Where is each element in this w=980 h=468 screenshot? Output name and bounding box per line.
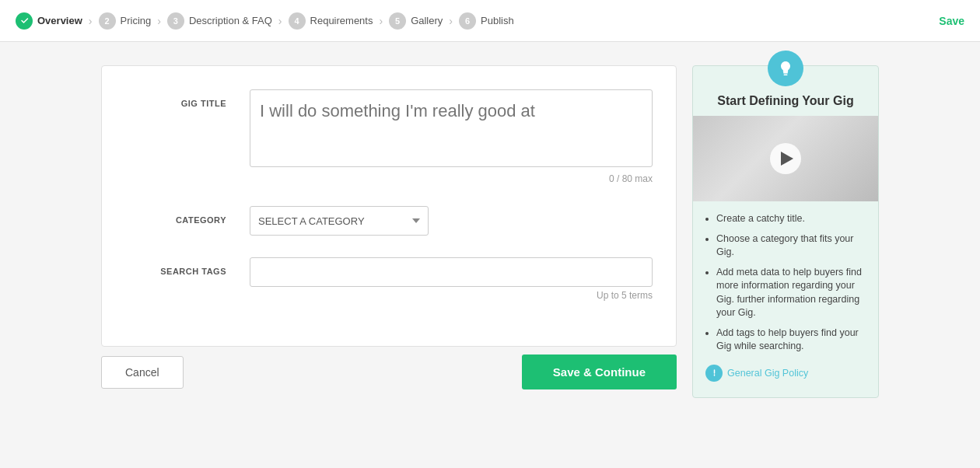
- lightbulb-icon: [768, 51, 803, 86]
- step-circle-requirements: 4: [289, 12, 306, 30]
- left-section: GIG TITLE 0 / 80 max CATEGORY SELECT A C…: [101, 65, 677, 398]
- sep-5: ›: [449, 15, 453, 27]
- policy-link-text: General Gig Policy: [727, 368, 808, 379]
- sidebar-title: Start Defining Your Gig: [693, 94, 878, 116]
- step-circle-publish: 6: [459, 12, 476, 30]
- buttons-row: Cancel Save & Continue: [101, 354, 677, 389]
- category-field: SELECT A CATEGORY: [250, 206, 653, 236]
- save-continue-button[interactable]: Save & Continue: [522, 354, 677, 389]
- step-label-gallery: Gallery: [411, 15, 443, 26]
- breadcrumb-steps: Overview › 2 Pricing › 3 Description & F…: [16, 12, 514, 30]
- video-thumb-bg: [693, 116, 878, 201]
- step-circle-gallery: 5: [389, 12, 406, 30]
- step-publish[interactable]: 6 Publish: [459, 12, 514, 30]
- list-item: Choose a category that fits your Gig.: [716, 232, 866, 260]
- category-row: CATEGORY SELECT A CATEGORY: [125, 206, 653, 236]
- svg-rect-2: [784, 75, 788, 76]
- gig-title-input[interactable]: [250, 89, 653, 167]
- top-navigation: Overview › 2 Pricing › 3 Description & F…: [0, 0, 980, 42]
- sidebar-icon-wrap: [693, 51, 878, 86]
- gig-title-label: GIG TITLE: [125, 89, 250, 108]
- search-tags-row: SEARCH TAGS Up to 5 terms: [125, 257, 653, 301]
- step-overview[interactable]: Overview: [16, 12, 82, 30]
- general-policy-link[interactable]: General Gig Policy: [693, 365, 878, 382]
- category-select[interactable]: SELECT A CATEGORY: [250, 206, 429, 236]
- step-label-overview: Overview: [37, 15, 82, 26]
- cancel-button[interactable]: Cancel: [101, 356, 184, 389]
- search-tags-input[interactable]: [250, 257, 653, 287]
- step-circle-pricing: 2: [99, 12, 116, 30]
- gig-title-field: 0 / 80 max: [250, 89, 653, 184]
- main-content: GIG TITLE 0 / 80 max CATEGORY SELECT A C…: [0, 42, 980, 421]
- sidebar-panel: Start Defining Your Gig Create a catchy …: [692, 65, 879, 398]
- search-tags-field: Up to 5 terms: [250, 257, 653, 301]
- sep-4: ›: [379, 15, 383, 27]
- step-label-publish: Publish: [481, 15, 514, 26]
- list-item: Add tags to help buyers find your Gig wh…: [716, 327, 866, 354]
- step-icon-overview: [16, 12, 33, 30]
- char-count: 0 / 80 max: [250, 173, 653, 184]
- policy-icon: [705, 365, 723, 382]
- step-requirements[interactable]: 4 Requirements: [289, 12, 373, 30]
- step-pricing[interactable]: 2 Pricing: [99, 12, 152, 30]
- step-label-description: Description & FAQ: [189, 15, 272, 26]
- step-circle-description: 3: [167, 12, 184, 30]
- step-label-requirements: Requirements: [310, 15, 373, 26]
- sep-2: ›: [157, 15, 161, 27]
- gig-title-row: GIG TITLE 0 / 80 max: [125, 89, 653, 184]
- save-button[interactable]: Save: [939, 15, 964, 27]
- video-thumbnail[interactable]: [693, 116, 878, 201]
- sidebar-tips-list: Create a catchy title. Choose a category…: [693, 212, 878, 354]
- list-item: Add meta data to help buyers find more i…: [716, 266, 866, 320]
- step-label-pricing: Pricing: [121, 15, 152, 26]
- form-card: GIG TITLE 0 / 80 max CATEGORY SELECT A C…: [101, 65, 677, 347]
- svg-rect-1: [783, 72, 788, 74]
- sep-3: ›: [278, 15, 282, 27]
- sep-1: ›: [89, 15, 93, 27]
- tags-hint: Up to 5 terms: [250, 290, 653, 301]
- search-tags-label: SEARCH TAGS: [125, 257, 250, 276]
- step-description[interactable]: 3 Description & FAQ: [167, 12, 272, 30]
- category-label: CATEGORY: [125, 206, 250, 225]
- play-button[interactable]: [770, 143, 801, 174]
- step-gallery[interactable]: 5 Gallery: [389, 12, 443, 30]
- list-item: Create a catchy title.: [716, 212, 866, 226]
- play-triangle-icon: [781, 152, 793, 166]
